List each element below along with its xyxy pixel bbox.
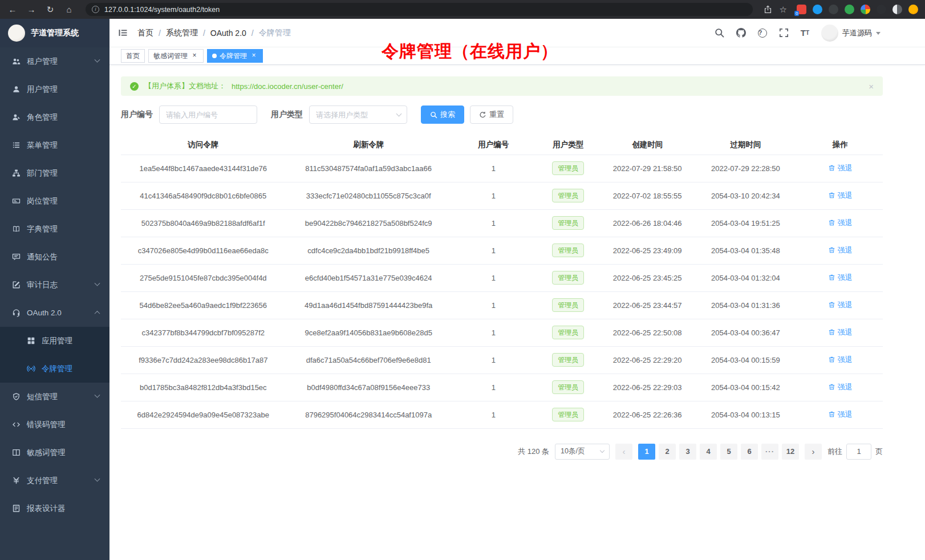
page-button[interactable]: 1 <box>638 444 655 460</box>
page-button[interactable]: 2 <box>659 444 676 460</box>
breadcrumb-item[interactable]: 首页 <box>137 28 153 38</box>
tab-close-icon[interactable]: × <box>190 52 198 60</box>
user-type-select[interactable] <box>309 105 407 124</box>
sidebar-item-sensitive[interactable]: 敏感词管理 <box>0 439 109 466</box>
sidebar-item-sms[interactable]: 短信管理 <box>0 383 109 411</box>
force-logout-button[interactable]: 强退 <box>828 300 853 310</box>
user-type-cell: 管理员 <box>535 209 601 237</box>
app-logo[interactable]: 芋道管理系统 <box>0 19 109 47</box>
user-type-badge: 管理员 <box>552 380 584 394</box>
sidebar-item-errcode[interactable]: 错误码管理 <box>0 411 109 439</box>
sidebar-item-label: 租户管理 <box>27 56 58 67</box>
breadcrumb-item[interactable]: 系统管理 <box>166 28 198 38</box>
sidebar-item-oauth[interactable]: OAuth 2.0 <box>0 299 109 327</box>
pagination-ellipsis[interactable]: ··· <box>761 444 778 460</box>
goto-page-input[interactable] <box>846 444 871 460</box>
alert-close-icon[interactable]: × <box>869 82 874 91</box>
extension-icon-multicolor[interactable] <box>861 5 870 14</box>
page-button[interactable]: 12 <box>782 444 799 460</box>
access-token-cell: 54d6be82ee5a460a9aedc1f9bf223656 <box>121 291 286 319</box>
share-icon[interactable] <box>764 5 772 14</box>
errcode-icon <box>12 420 21 429</box>
help-icon[interactable]: ? <box>758 29 767 38</box>
force-logout-button[interactable]: 强退 <box>828 245 853 255</box>
sidebar-item-label: 错误码管理 <box>27 420 66 430</box>
bookmark-star-icon[interactable]: ☆ <box>780 5 787 15</box>
expire-time-cell: 2054-03-04 00:13:15 <box>694 401 798 428</box>
breadcrumb-item[interactable]: OAuth 2.0 <box>210 29 246 38</box>
font-size-icon[interactable]: TT <box>801 28 809 38</box>
extension-icon-red[interactable]: 0 <box>797 5 806 14</box>
reset-button[interactable]: 重置 <box>470 105 513 124</box>
topbar: 首页/系统管理/OAuth 2.0/令牌管理 ? TT 芋道源码 <box>109 19 925 47</box>
sidebar-item-pay[interactable]: 支付管理 <box>0 466 109 494</box>
extensions: 0 <box>797 5 918 14</box>
force-logout-button[interactable]: 强退 <box>828 355 853 365</box>
force-logout-button[interactable]: 强退 <box>828 190 853 201</box>
sidebar-item-dict[interactable]: 字典管理 <box>0 215 109 243</box>
sidebar-item-token[interactable]: 令牌管理 <box>0 355 109 383</box>
reload-icon[interactable]: ↻ <box>44 5 56 15</box>
user-type-cell: 管理员 <box>535 374 601 401</box>
created-time-cell: 2022-07-29 21:58:50 <box>601 155 694 182</box>
sidebar-item-log[interactable]: 审计日志 <box>0 271 109 299</box>
sidebar-item-tenant[interactable]: 租户管理 <box>0 47 109 75</box>
extension-icon-green[interactable] <box>845 5 854 14</box>
extension-icon-darkgray[interactable] <box>877 5 886 14</box>
access-token-cell: 41c41346a548490f9dc8b01c6bfe0865 <box>121 182 286 209</box>
hamburger-icon[interactable] <box>119 29 127 36</box>
force-logout-button[interactable]: 强退 <box>828 163 853 173</box>
force-logout-button[interactable]: 强退 <box>828 218 853 228</box>
sidebar-item-report[interactable]: 报表设计器 <box>0 494 109 522</box>
url-bar[interactable]: i 127.0.0.1:1024/system/oauth2/token <box>86 3 753 16</box>
sidebar-item-app[interactable]: 应用管理 <box>0 327 109 355</box>
table-body: 1ea5e44f8bc1467aaede43144f31de76811c5304… <box>121 155 883 428</box>
extension-icon-dark[interactable] <box>829 5 838 14</box>
page-button[interactable]: 4 <box>700 444 717 460</box>
page-button[interactable]: 5 <box>720 444 737 460</box>
sidebar-item-dept[interactable]: 部门管理 <box>0 159 109 187</box>
sidebar-item-role[interactable]: 角色管理 <box>0 103 109 131</box>
prev-page-button[interactable]: ‹ <box>615 444 632 460</box>
search-button[interactable]: 搜索 <box>421 105 464 124</box>
post-icon <box>12 197 21 205</box>
alert-doc-link[interactable]: https://doc.iocoder.cn/user-center/ <box>232 82 343 91</box>
profile-avatar-icon[interactable] <box>908 5 918 14</box>
user-menu[interactable]: 芋道源码 <box>821 25 881 42</box>
role-icon <box>12 113 21 121</box>
user-id-input[interactable] <box>159 105 257 124</box>
sidebar-item-user[interactable]: 用户管理 <box>0 75 109 103</box>
chevron-up-icon <box>95 311 100 316</box>
back-icon[interactable]: ← <box>7 5 18 14</box>
site-info-icon[interactable]: i <box>92 6 99 13</box>
sidebar-item-post[interactable]: 岗位管理 <box>0 187 109 215</box>
home-icon[interactable]: ⌂ <box>63 5 75 14</box>
page-button[interactable]: 6 <box>741 444 758 460</box>
tab-首页[interactable]: 首页 <box>121 49 145 63</box>
tab-敏感词管理[interactable]: 敏感词管理× <box>148 49 204 63</box>
github-icon[interactable] <box>736 28 746 38</box>
force-logout-button[interactable]: 强退 <box>828 382 853 392</box>
refresh-token-cell: e6cfd40eb1f54571a31e775e039c4624 <box>286 264 452 291</box>
next-page-button[interactable]: › <box>805 444 822 460</box>
created-time-cell: 2022-06-25 22:29:03 <box>601 374 694 401</box>
user-id-cell: 1 <box>452 374 535 401</box>
sidebar-item-notice[interactable]: 通知公告 <box>0 243 109 271</box>
search-icon[interactable] <box>715 28 724 38</box>
fullscreen-icon[interactable] <box>779 28 789 38</box>
page-button[interactable]: 3 <box>679 444 696 460</box>
force-logout-button[interactable]: 强退 <box>828 327 853 338</box>
extension-icon-contrast[interactable] <box>892 5 902 14</box>
delete-icon <box>828 383 835 391</box>
force-logout-button[interactable]: 强退 <box>828 409 853 420</box>
forward-icon[interactable]: → <box>26 5 37 14</box>
extension-icon-blue[interactable] <box>813 5 822 14</box>
sidebar-item-menu[interactable]: 菜单管理 <box>0 131 109 159</box>
access-token-cell: b0d1785bc3a8482f812db4a3f3bd15ec <box>121 374 286 401</box>
force-logout-button[interactable]: 强退 <box>828 273 853 283</box>
page-size-select[interactable]: 10条/页 <box>555 444 610 460</box>
force-logout-label: 强退 <box>838 327 853 338</box>
tab-令牌管理[interactable]: 令牌管理× <box>207 49 263 63</box>
tab-close-icon[interactable]: × <box>250 52 258 60</box>
topbar-actions: ? TT 芋道源码 <box>715 25 881 42</box>
